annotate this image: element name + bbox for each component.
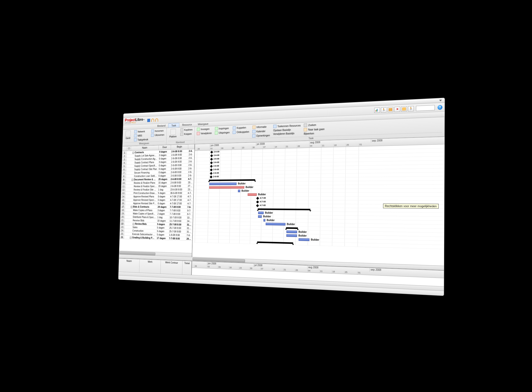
tab-bestand[interactable]: Bestand [154, 123, 168, 128]
table-view-icon[interactable] [388, 107, 393, 112]
task-grid: ⓘ Naam Duur Begin 1−Contracts0 dagen2-6-… [119, 144, 195, 257]
undo-icon[interactable] [151, 118, 154, 122]
opmerkingen-button[interactable]: Opmerkingen [252, 133, 270, 138]
svg-rect-0 [376, 110, 376, 111]
svg-line-4 [389, 109, 392, 109]
bijwerken-button[interactable]: Bijwerken [303, 132, 325, 136]
task-grid-body[interactable]: 1−Contracts0 dagen2-6-08 8:002-6-2Supply… [119, 149, 194, 253]
koppelen-button[interactable]: Koppelen [232, 125, 250, 130]
bp-naam[interactable]: Naam [118, 258, 140, 273]
col-duur[interactable]: Duur [159, 145, 171, 150]
svg-rect-3 [389, 108, 392, 111]
context-tooltip: Rechtsklikken voor meer mogelijkheden [383, 203, 439, 208]
inspringen-button[interactable]: Inspringen [214, 126, 230, 131]
verwijderen-button[interactable]: Verwijderen [196, 131, 212, 135]
usage-view-icon[interactable] [401, 106, 407, 112]
group-label-clip: Klembord [168, 140, 193, 144]
chart-view-icon[interactable] [374, 107, 380, 113]
plakken-button[interactable]: Plakken [168, 128, 178, 141]
help-icon[interactable]: ? [438, 105, 442, 110]
svg-rect-1 [376, 109, 377, 111]
task-row[interactable]: 14Approve Revised Plans0 dagen4-7-08 17:… [121, 195, 194, 198]
task-row[interactable]: 13Print Construction Drawing5 dagen30-6-… [121, 191, 194, 195]
knippen-button[interactable]: Knippen [180, 132, 193, 136]
save-icon[interactable] [147, 119, 150, 122]
redo-icon[interactable] [155, 118, 158, 122]
task-row[interactable]: 12Review & Finalize Site Plan1 dag23-6-0… [121, 188, 194, 192]
uitspringen-button[interactable]: Uitspringen [214, 131, 230, 135]
resource-view-icon[interactable]: 🏃 [381, 107, 387, 113]
netwerk-button[interactable]: Netwerk [134, 129, 149, 134]
informatie-button[interactable]: Informatie [252, 125, 271, 129]
col-naam[interactable]: Naam [131, 145, 159, 151]
bp-toewi[interactable]: Toewi [182, 261, 192, 275]
uitzoomen-button[interactable]: Uitzoomen [150, 133, 165, 137]
col-info[interactable]: ⓘ [127, 146, 131, 151]
zoeken-button[interactable]: Zoeken [304, 123, 325, 127]
gantt-body: 2-6-082-6-082-6-082-6-082-6-082-6-082-6-… [192, 144, 444, 249]
bp-werk[interactable]: Werk [139, 259, 161, 273]
tab-taak[interactable]: Taak [168, 123, 179, 128]
svg-rect-2 [377, 109, 378, 111]
app-window: ProjectLibre™ OPENPROJ 🏃 ✕ 🏃 ? Bestand T… [118, 98, 445, 296]
taakgebruik-button[interactable]: Taakgebruik [134, 138, 148, 142]
inzoomen-button[interactable]: Inzoomen [151, 129, 165, 133]
invoegen-button[interactable]: Invoegen [196, 127, 212, 131]
window-menu-icon[interactable] [439, 100, 442, 101]
svg-rect-6 [402, 107, 406, 110]
logo-text-b: Libre [135, 118, 143, 122]
svg-line-5 [389, 110, 392, 110]
quick-access-toolbar [147, 118, 158, 122]
view-shortcut-icons: 🏃 ✕ 🏃 [374, 105, 435, 113]
gantt-chart[interactable]: jun 2008jul 2008aug 2008sep 200826020916… [192, 137, 444, 266]
ontkoppelen-button[interactable]: Ontkoppelen [232, 130, 250, 134]
kopieren-button[interactable]: Kopiëren [180, 128, 193, 132]
col-begin[interactable]: Begin [171, 145, 188, 150]
opslaan-basislijn-button[interactable]: Opslaan Basislijn [273, 128, 301, 132]
main-area: ⓘ Naam Duur Begin 1−Contracts0 dagen2-6-… [119, 137, 444, 266]
person-view-icon[interactable]: 🏃 [408, 106, 414, 111]
task-row[interactable]: 11Review & Finalize Specifica20 dagen2-6… [121, 184, 194, 188]
toekennen-button[interactable]: Toekennen Resources [273, 123, 301, 128]
delete-view-icon[interactable]: ✕ [394, 106, 400, 112]
verwijderen-basislijn-button[interactable]: Verwijderen Basislijn [273, 132, 301, 136]
app-logo: ProjectLibre™ OPENPROJ [125, 118, 145, 124]
gantt-button[interactable]: Gantt [124, 130, 132, 142]
tab-resource[interactable]: Resource [179, 122, 195, 127]
bp-contour[interactable]: Werk Contour [160, 260, 183, 274]
tab-weergave[interactable]: Weergave [195, 122, 211, 127]
search-field[interactable] [416, 105, 435, 111]
kalender-button[interactable]: Kalender [252, 129, 270, 134]
naar-taak-button[interactable]: Naar taak gaan [303, 127, 325, 132]
wbs-button[interactable]: WBS [134, 134, 149, 138]
task-row[interactable]: 15Approve Revised Specificat0 dagen4-7-0… [121, 198, 193, 202]
